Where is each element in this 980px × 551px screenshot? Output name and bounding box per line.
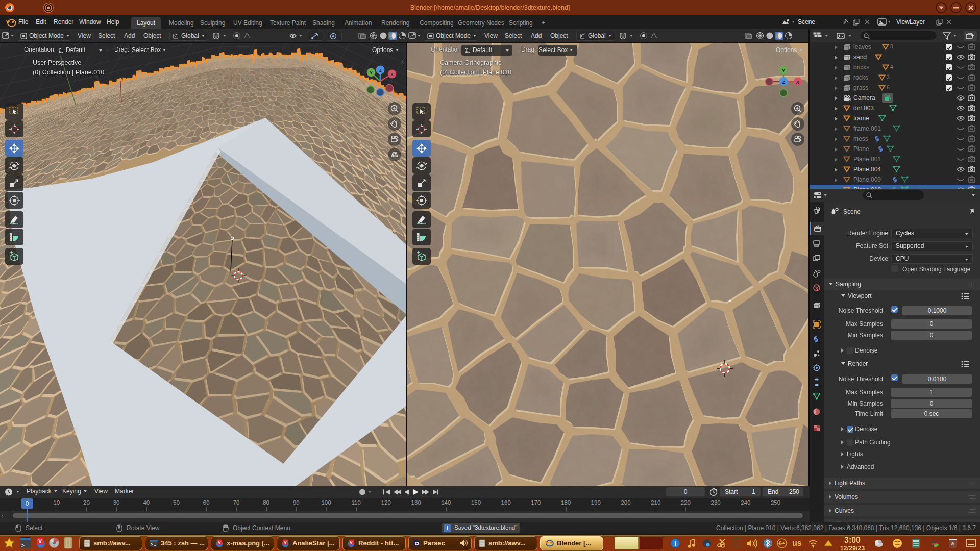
svg-text:i: i xyxy=(674,540,676,547)
svg-text:X: X xyxy=(796,80,799,85)
svg-text:X: X xyxy=(390,72,394,77)
svg-text:V: V xyxy=(284,540,287,545)
svg-text:Y: Y xyxy=(370,70,373,76)
svg-text:V: V xyxy=(38,539,42,544)
svg-text:a: a xyxy=(951,541,954,546)
svg-text:V: V xyxy=(350,540,353,545)
svg-text:V: V xyxy=(218,540,221,545)
svg-text:Y: Y xyxy=(782,68,785,73)
svg-text:Z: Z xyxy=(782,80,785,85)
svg-text:Z: Z xyxy=(379,68,382,73)
